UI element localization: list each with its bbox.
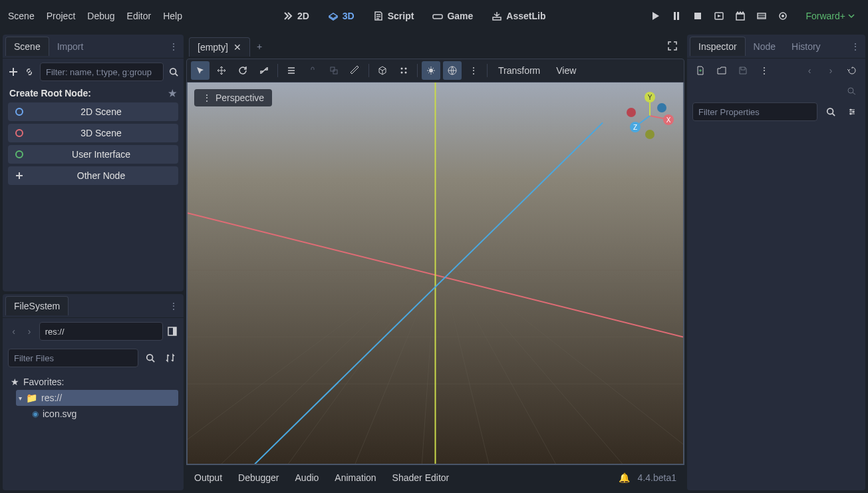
search-icon [169,67,178,77]
mode-3d-button[interactable]: 3D [321,8,361,24]
inspector-panel-menu[interactable]: ⋮ [848,40,863,53]
movie-maker-button[interactable] [752,7,771,25]
tab-filesystem[interactable]: FileSystem [5,296,69,315]
add-scene-tab-button[interactable]: + [250,37,269,56]
load-resource-button[interactable] [714,63,730,79]
play-scene-button[interactable] [710,7,728,25]
scene-tab-empty[interactable]: [empty] ✕ [189,37,250,57]
search-icon [826,107,835,116]
ruler-tool-button[interactable] [346,61,364,80]
link-button[interactable] [24,64,35,80]
mode-game-button[interactable]: Game [426,8,480,24]
fs-search-button[interactable] [142,350,158,366]
menu-editor[interactable]: Editor [127,11,152,21]
group-tool-button[interactable] [325,61,343,80]
tab-scene[interactable]: Scene [5,37,49,56]
play-button[interactable] [646,7,664,25]
rotate-tool-button[interactable] [233,61,252,80]
create-other-button[interactable]: Other Node [8,166,178,185]
pause-button[interactable] [667,7,686,25]
environment-button[interactable] [443,61,462,80]
list-tool-button[interactable] [282,61,301,80]
menu-help[interactable]: Help [163,11,182,21]
tab-audio[interactable]: Audio [295,472,319,483]
transform-menu[interactable]: Transform [492,63,547,79]
sun-button[interactable] [422,61,440,80]
tab-debugger[interactable]: Debugger [238,472,279,483]
mode-2d-button[interactable]: 2D [276,8,316,24]
scene-panel: Scene Import ⋮ ⋮ Create Root Node: ★ 2D … [3,35,184,291]
tab-history[interactable]: History [784,37,829,56]
create-3d-scene-button[interactable]: 3D Scene [8,124,178,142]
tab-import[interactable]: Import [49,37,92,56]
save-resource-button[interactable] [735,63,751,79]
viewport-toolbar: ⋮ Transform View [186,59,684,82]
play-custom-button[interactable] [731,7,750,25]
tab-animation[interactable]: Animation [335,472,376,483]
fs-filter-input[interactable] [8,349,138,367]
new-resource-button[interactable] [692,63,708,79]
move-tool-button[interactable] [212,61,231,80]
fs-prev-button[interactable]: ‹ [8,323,19,339]
scene-filter-input[interactable] [40,63,164,81]
camera-button[interactable] [774,7,792,25]
doc-button[interactable] [844,82,860,98]
svg-point-55 [850,113,852,115]
lock-icon [308,66,317,75]
stop-button[interactable] [688,7,707,25]
inspector-next-button[interactable]: › [823,63,839,79]
renderer-button[interactable]: Forward+ [800,8,860,24]
favorite-icon[interactable]: ★ [168,88,177,98]
rotate-icon [238,66,247,75]
tab-node[interactable]: Node [746,37,784,56]
create-ui-button[interactable]: User Interface [8,145,178,164]
close-tab-button[interactable]: ✕ [233,42,241,53]
perspective-button[interactable]: ⋮ Perspective [194,89,272,106]
inspector-search-button[interactable] [823,104,839,120]
viewport-menu-button[interactable]: ⋮ [464,61,483,80]
svg-point-7 [16,130,23,136]
fs-split-button[interactable] [167,323,178,339]
menu-project[interactable]: Project [47,11,76,21]
fs-root-folder[interactable]: ▾ 📁 res:// [16,390,178,406]
fs-next-button[interactable]: › [23,323,35,339]
inspector-settings-button[interactable] [844,104,860,120]
add-node-button[interactable] [8,64,19,80]
create-2d-scene-button[interactable]: 2D Scene [8,102,178,121]
pause-icon [671,11,682,21]
stop-icon [692,11,703,21]
inspector-more-button[interactable]: ⋮ [756,63,772,79]
scene-panel-menu[interactable]: ⋮ [166,40,181,53]
lock-tool-button[interactable] [303,61,322,80]
fs-panel-menu[interactable]: ⋮ [166,299,181,313]
fs-sort-button[interactable] [162,350,178,366]
fs-favorites[interactable]: ★ Favorites: [8,374,178,390]
snap-3d-button[interactable] [373,61,392,80]
tab-shader[interactable]: Shader Editor [392,472,450,483]
view-menu[interactable]: View [549,63,583,79]
tab-output[interactable]: Output [194,472,222,483]
fs-path-input[interactable] [39,322,163,341]
mode-assetlib-button[interactable]: AssetLib [485,8,552,24]
scale-tool-button[interactable] [255,61,273,80]
menu-debug[interactable]: Debug [87,11,114,21]
3d-viewport[interactable]: ⋮ Perspective X Y Z [186,82,684,465]
inspector-prev-button[interactable]: ‹ [801,63,817,79]
axis-gizmo[interactable]: X Y Z [623,89,676,142]
file-label: icon.svg [43,409,76,419]
fs-file-icon-svg[interactable]: ◉ icon.svg [29,406,178,422]
tab-inspector[interactable]: Inspector [690,37,746,56]
mode-script-button[interactable]: Script [366,8,421,24]
notification-icon[interactable]: 🔔 [619,472,630,483]
snap-grid-button[interactable] [394,61,413,80]
scene-search-button[interactable] [169,64,178,80]
expand-viewport-button[interactable] [663,37,682,57]
svg-point-52 [827,108,833,114]
inspector-history-button[interactable] [844,63,860,79]
menu-scene[interactable]: Scene [8,11,35,21]
doc-icon [847,86,857,95]
perspective-label: Perspective [216,92,264,103]
inspector-filter-input[interactable] [692,102,817,121]
select-tool-button[interactable] [191,61,210,80]
svg-rect-10 [173,327,176,335]
